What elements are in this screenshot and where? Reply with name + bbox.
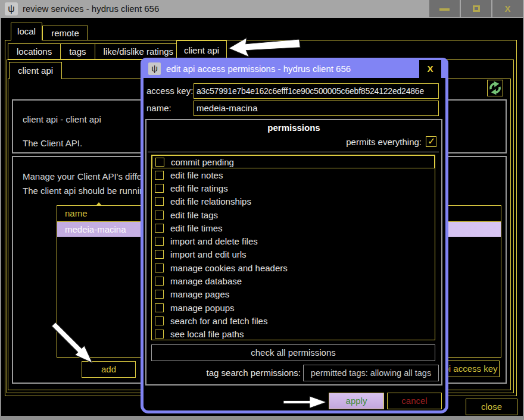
refresh-icon: [488, 80, 503, 96]
checkbox-icon[interactable]: [155, 171, 164, 180]
dialog-title: edit api access permissions - hydrus cli…: [166, 60, 351, 78]
check-all-permissions-button[interactable]: check all permissions: [151, 344, 435, 361]
refresh-button[interactable]: [487, 80, 503, 96]
service-type-tabbar: locations tags like/dislike ratings: [8, 43, 182, 59]
annotation-arrow-add-button: [46, 317, 113, 384]
annotation-arrow-client-api-tab: [226, 33, 302, 58]
close-icon: X: [492, 0, 523, 17]
manage-info-text-1: Manage your Client API's differ: [23, 171, 145, 181]
review-services-window: ψ review services - hydrus client 656 X …: [0, 0, 524, 420]
window-title: review services - hydrus client 656: [23, 0, 159, 18]
name-input[interactable]: medeia-macina: [194, 101, 439, 116]
dialog-close-button[interactable]: X: [419, 60, 441, 78]
checkbox-icon[interactable]: [155, 250, 164, 259]
minimize-button[interactable]: [429, 0, 460, 17]
permission-item[interactable]: import and edit urls: [152, 248, 435, 261]
permission-item[interactable]: manage database: [152, 274, 435, 287]
checkbox-icon[interactable]: [155, 197, 164, 206]
annotation-arrow-apply-button: [282, 393, 330, 411]
window-edge-bottom: [0, 416, 524, 420]
name-label: name:: [146, 101, 171, 116]
checkbox-icon[interactable]: [155, 211, 164, 220]
edit-api-permissions-dialog: ψ edit api access permissions - hydrus c…: [141, 58, 448, 413]
permission-item[interactable]: manage pages: [152, 288, 435, 301]
checkbox-icon[interactable]: [155, 290, 164, 299]
permits-everything-checkbox[interactable]: ✓: [426, 136, 436, 147]
close-window-button[interactable]: X: [492, 0, 523, 17]
checkbox-icon[interactable]: [155, 330, 164, 338]
tab-client-api-service[interactable]: client api: [9, 62, 62, 79]
checkbox-icon[interactable]: [155, 184, 164, 193]
permissions-panel: permissions permits everything: ✓ commit…: [145, 119, 442, 385]
tab-local[interactable]: local: [11, 23, 42, 40]
maximize-button[interactable]: [461, 0, 491, 17]
permissions-list: commit pending edit file notes edit file…: [151, 155, 435, 340]
cancel-button[interactable]: cancel: [387, 393, 442, 409]
window-titlebar: ψ review services - hydrus client 656 X: [0, 0, 524, 18]
checkmark-icon: ✓: [428, 136, 435, 147]
access-key-input[interactable]: a3c57991e7b4e162c6efff1ce90c500005c6ebf8…: [194, 83, 439, 99]
separator: [148, 152, 439, 152]
permission-item[interactable]: edit file ratings: [152, 182, 435, 195]
manage-info-text-2: The client api should be runnin: [23, 186, 144, 196]
permission-label: edit file relationships: [170, 196, 251, 206]
permission-label: edit file tags: [170, 210, 218, 220]
checkbox-icon[interactable]: [155, 158, 164, 167]
permissions-title: permissions: [146, 123, 441, 133]
permission-item[interactable]: manage popups: [152, 301, 435, 314]
checkbox-icon[interactable]: [155, 277, 164, 286]
tab-remote[interactable]: remote: [42, 26, 88, 40]
api-access-key-button[interactable]: pi access key: [442, 361, 500, 377]
permission-label: manage database: [170, 276, 242, 286]
permission-label: edit file ratings: [170, 183, 228, 193]
permission-item[interactable]: see local file paths: [152, 327, 435, 340]
permission-label: edit file times: [170, 223, 223, 233]
checkbox-icon[interactable]: [155, 237, 164, 246]
service-description-text: The Client API.: [23, 138, 82, 148]
maximize-icon: [473, 5, 480, 12]
access-key-label: access key:: [146, 83, 193, 99]
minimize-icon: [439, 8, 450, 11]
permission-label: import and edit urls: [170, 249, 247, 259]
permits-everything-row: permits everything: ✓: [346, 136, 436, 147]
checkbox-icon[interactable]: [155, 224, 164, 233]
permission-label: see local file paths: [170, 329, 244, 339]
tag-search-permissions-label: tag search permissions:: [146, 365, 301, 381]
dialog-titlebar[interactable]: ψ edit api access permissions - hydrus c…: [144, 60, 445, 78]
permission-item[interactable]: edit file notes: [152, 168, 435, 181]
tab-like-dislike-ratings[interactable]: like/dislike ratings: [95, 44, 182, 59]
permission-item[interactable]: manage cookies and headers: [152, 261, 435, 274]
checkbox-icon[interactable]: [155, 316, 164, 325]
permission-label: import and delete files: [170, 236, 258, 246]
permission-label: manage popups: [170, 303, 235, 313]
tab-tags[interactable]: tags: [61, 44, 95, 59]
service-name-text: client api - client api: [23, 114, 101, 124]
permission-label: search for and fetch files: [170, 316, 267, 326]
permission-label: manage cookies and headers: [170, 263, 288, 273]
permission-item[interactable]: import and delete files: [152, 235, 435, 248]
checkbox-icon[interactable]: [155, 264, 164, 272]
permission-item[interactable]: edit file times: [152, 221, 435, 234]
hydrus-app-icon: ψ: [5, 2, 18, 15]
permits-everything-label: permits everything:: [346, 137, 422, 147]
permission-label: commit pending: [171, 157, 234, 167]
permission-item[interactable]: commit pending: [152, 155, 435, 168]
permission-label: edit file notes: [170, 170, 223, 180]
window-controls: X: [429, 0, 523, 17]
permission-item[interactable]: edit file tags: [152, 208, 435, 221]
permission-label: manage pages: [170, 289, 229, 299]
permission-item[interactable]: edit file relationships: [152, 195, 435, 208]
window-edge-left: [0, 18, 1, 416]
checkbox-icon[interactable]: [155, 303, 164, 312]
tab-locations[interactable]: locations: [8, 44, 61, 59]
permission-item[interactable]: search for and fetch files: [152, 314, 435, 327]
hydrus-dialog-icon: ψ: [148, 62, 161, 75]
close-button[interactable]: close: [466, 399, 517, 415]
apply-button[interactable]: apply: [329, 393, 384, 409]
tag-search-permissions-button[interactable]: permitted tags: allowing all tags: [303, 365, 439, 381]
